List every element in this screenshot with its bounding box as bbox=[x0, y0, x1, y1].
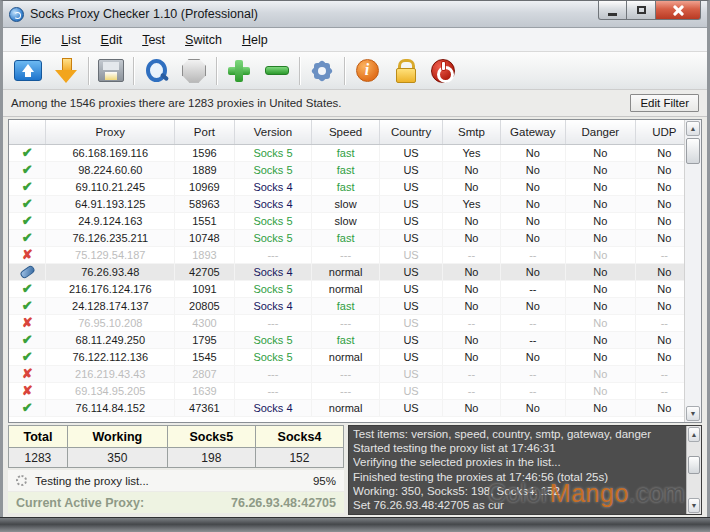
log-scrollbar[interactable]: ▲ ▼ bbox=[686, 426, 701, 514]
danger-cell: No bbox=[566, 297, 636, 314]
lock-button[interactable] bbox=[386, 54, 424, 87]
country-cell: US bbox=[379, 161, 442, 178]
column-header-danger[interactable]: Danger bbox=[566, 120, 636, 144]
proxy-cell: 24.9.124.163 bbox=[46, 212, 175, 229]
menu-item-file[interactable]: File bbox=[11, 30, 51, 50]
table-row[interactable]: ✔24.128.174.13720805Socks 4fastUSNoNoNoN… bbox=[9, 297, 694, 314]
title-bar[interactable]: Socks Proxy Checker 1.10 (Professional) bbox=[3, 1, 707, 28]
scroll-up-icon[interactable]: ▲ bbox=[688, 427, 700, 442]
status-cell: ✔ bbox=[9, 178, 46, 195]
toolbar-separator bbox=[133, 57, 134, 85]
summary-table: TotalWorkingSocks5Socks4 1283350198152 bbox=[8, 425, 344, 468]
speed-cell: fast bbox=[312, 297, 380, 314]
proxy-cell: 24.128.174.137 bbox=[46, 297, 175, 314]
country-cell: US bbox=[379, 144, 442, 161]
power-icon bbox=[431, 59, 455, 83]
folder-upload-button[interactable] bbox=[9, 54, 47, 87]
summary-value: 198 bbox=[167, 448, 255, 468]
column-header-proxy[interactable]: Proxy bbox=[46, 120, 175, 144]
speed-cell: --- bbox=[312, 382, 380, 399]
settings-gear-button[interactable] bbox=[303, 54, 341, 87]
edit-filter-button[interactable]: Edit Filter bbox=[630, 94, 699, 112]
speed-cell: normal bbox=[312, 280, 380, 297]
smtp-cell: No bbox=[443, 297, 500, 314]
port-cell: 1545 bbox=[175, 348, 234, 365]
summary-value: 350 bbox=[67, 448, 167, 468]
table-row[interactable]: ✘76.95.10.2084300------US----No-- bbox=[9, 314, 694, 331]
remove-button[interactable] bbox=[258, 54, 296, 87]
table-row[interactable]: ✘69.134.95.2051639------US----No-- bbox=[9, 382, 694, 399]
bottom-panel: TotalWorkingSocks5Socks4 1283350198152 T… bbox=[8, 425, 702, 515]
gateway-cell: No bbox=[500, 161, 565, 178]
status-check-icon: ✔ bbox=[22, 162, 33, 177]
table-row[interactable]: ✔66.168.169.1161596Socks 5fastUSYesNoNoN… bbox=[9, 144, 694, 161]
table-row[interactable]: ✔216.176.124.1761091Socks 5normalUSNo--N… bbox=[9, 280, 694, 297]
smtp-cell: No bbox=[443, 229, 500, 246]
table-row[interactable]: ✔98.224.60.601889Socks 5fastUSNoNoNoNo bbox=[9, 161, 694, 178]
table-row[interactable]: ✘216.219.43.432807------US----No-- bbox=[9, 365, 694, 382]
column-header-port[interactable]: Port bbox=[175, 120, 234, 144]
download-arrow-button[interactable] bbox=[47, 54, 85, 87]
proxy-cell: 76.26.93.48 bbox=[46, 263, 175, 280]
table-row[interactable]: ✔64.91.193.12558963Socks 4slowUSYesNoNoN… bbox=[9, 195, 694, 212]
summary-value: 1283 bbox=[9, 448, 68, 468]
stop-hand-icon bbox=[182, 59, 206, 83]
column-header-status[interactable] bbox=[9, 120, 46, 144]
gateway-cell: -- bbox=[500, 365, 565, 382]
table-row[interactable]: ✔24.9.124.1631551Socks 5slowUSNoNoNoNo bbox=[9, 212, 694, 229]
search-check-button[interactable] bbox=[137, 54, 175, 87]
power-button[interactable] bbox=[424, 54, 462, 87]
country-cell: US bbox=[379, 382, 442, 399]
minimize-button[interactable] bbox=[598, 1, 627, 20]
log-panel: Test items: version, speed, country, smt… bbox=[348, 425, 702, 515]
column-header-gateway[interactable]: Gateway bbox=[500, 120, 565, 144]
status-check-icon: ✔ bbox=[22, 213, 33, 228]
add-button[interactable] bbox=[220, 54, 258, 87]
window-controls bbox=[598, 1, 701, 20]
table-row[interactable]: ✔76.114.84.15247361Socks 4normalUSNoNoNo… bbox=[9, 399, 694, 416]
proxy-cell: 68.11.249.250 bbox=[46, 331, 175, 348]
column-header-smtp[interactable]: Smtp bbox=[443, 120, 500, 144]
column-header-speed[interactable]: Speed bbox=[312, 120, 380, 144]
column-header-country[interactable]: Country bbox=[379, 120, 442, 144]
maximize-button[interactable] bbox=[627, 1, 656, 20]
menu-item-list[interactable]: List bbox=[51, 30, 90, 50]
table-row[interactable]: ✔69.110.21.24510969Socks 4fastUSNoNoNoNo bbox=[9, 178, 694, 195]
lock-icon bbox=[394, 59, 416, 83]
menu-item-test[interactable]: Test bbox=[132, 30, 175, 50]
close-button[interactable] bbox=[656, 1, 701, 20]
gateway-cell: No bbox=[500, 212, 565, 229]
danger-cell: No bbox=[566, 178, 636, 195]
speed-cell: slow bbox=[312, 195, 380, 212]
table-row[interactable]: ✔76.122.112.1361545Socks 5normalUSNoNoNo… bbox=[9, 348, 694, 365]
save-icon bbox=[98, 59, 124, 82]
table-row[interactable]: ✔68.11.249.2501795Socks 5fastUSNo--NoNo bbox=[9, 331, 694, 348]
proxy-cell: 76.95.10.208 bbox=[46, 314, 175, 331]
scrollbar-thumb[interactable] bbox=[686, 138, 700, 164]
table-body: ✔66.168.169.1161596Socks 5fastUSYesNoNoN… bbox=[9, 144, 694, 416]
column-header-version[interactable]: Version bbox=[234, 120, 312, 144]
scroll-down-icon[interactable]: ▼ bbox=[688, 498, 700, 513]
scrollbar-thumb[interactable] bbox=[688, 456, 700, 474]
menu-item-edit[interactable]: Edit bbox=[91, 30, 133, 50]
proxy-cell: 76.114.84.152 bbox=[46, 399, 175, 416]
log-line: Started testing the proxy list at 17:46:… bbox=[353, 441, 684, 455]
table-row[interactable]: ✘75.129.54.1871893------US----No-- bbox=[9, 246, 694, 263]
save-button[interactable] bbox=[92, 54, 130, 87]
menu-item-switch[interactable]: Switch bbox=[175, 30, 232, 50]
table-scrollbar[interactable]: ▲ ▼ bbox=[684, 120, 701, 422]
info-button[interactable] bbox=[348, 54, 386, 87]
table-row[interactable]: ✔76.126.235.21110748Socks 5fastUSNoNoNoN… bbox=[9, 229, 694, 246]
scroll-up-icon[interactable]: ▲ bbox=[686, 121, 700, 136]
close-icon bbox=[672, 4, 684, 16]
toolbar-separator bbox=[88, 57, 89, 85]
stop-hand-button[interactable] bbox=[175, 54, 213, 87]
scroll-down-icon[interactable]: ▼ bbox=[686, 406, 700, 421]
danger-cell: No bbox=[566, 382, 636, 399]
table-row[interactable]: 76.26.93.4842705Socks 4normalUSNoNoNoNo bbox=[9, 263, 694, 280]
filter-bar: Among the 1546 proxies there are 1283 pr… bbox=[3, 90, 707, 117]
menu-item-help[interactable]: Help bbox=[232, 30, 278, 50]
log-line: Set 76.26.93.48:42705 as cur bbox=[353, 498, 684, 512]
status-cell bbox=[9, 263, 46, 280]
status-cell: ✘ bbox=[9, 365, 46, 382]
